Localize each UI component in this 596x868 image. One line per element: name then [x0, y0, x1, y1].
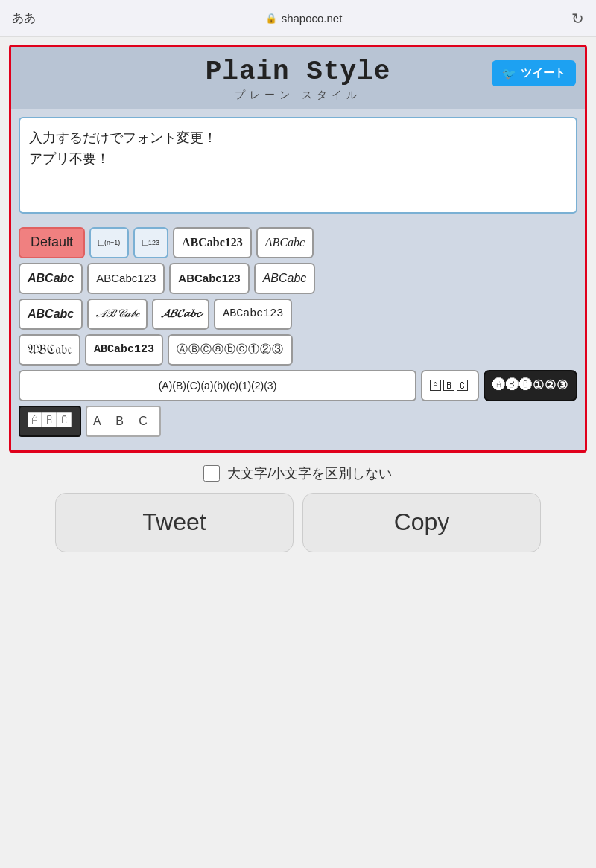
refresh-icon[interactable]: ↻ [571, 10, 584, 28]
font-btn-bold-sans2[interactable]: ABCabc123 [169, 263, 249, 294]
font-row-2: ABCabc ABCabc123 ABCabc123 ABCabc [19, 263, 577, 294]
font-buttons-section: Default □(n+1) □123 ABCabc123 ABCabc ABC… [11, 221, 585, 450]
checkbox-section: 大文字/小文字を区別しない [9, 453, 587, 493]
app-header: Plain Style プレーン スタイル 🐦 ツイート [11, 47, 585, 109]
app-subtitle: プレーン スタイル [23, 89, 573, 102]
main-input[interactable]: 入力するだけでフォント変更！ アプリ不要！ [19, 117, 577, 214]
main-content: Plain Style プレーン スタイル 🐦 ツイート 入力するだけでフォント… [0, 37, 596, 582]
font-btn-italic-serif[interactable]: ABCabc [256, 227, 314, 258]
twitter-icon: 🐦 [502, 67, 516, 80]
font-btn-fraktur[interactable]: 𝔄𝔅ℭ𝔞𝔟𝔠 [19, 334, 80, 366]
font-btn-black-circled[interactable]: 🅐🅑🅒①②③ [484, 370, 577, 401]
font-btn-italic-sans[interactable]: ABCabc [254, 263, 316, 294]
font-btn-bold-fraktur[interactable]: ABC​abc​123 [85, 334, 163, 366]
font-btn-subscript[interactable]: □123 [133, 227, 168, 258]
header-tweet-label: ツイート [521, 66, 565, 80]
font-btn-superscript[interactable]: □(n+1) [89, 227, 129, 258]
font-row-3: ABCabc 𝒜ℬ𝒞𝒶𝒷𝒸 𝓐𝓑𝓒𝓪𝓫𝓬 ABCabc123 [19, 299, 577, 330]
browser-url-bar[interactable]: 🔒 shapoco.net [265, 12, 343, 25]
font-btn-bold-sans[interactable]: ABCabc [19, 263, 83, 294]
header-tweet-button[interactable]: 🐦 ツイート [492, 60, 576, 86]
font-btn-circled[interactable]: ⒶⒷⒸⓐⓑⓒ①②③ [168, 334, 293, 366]
font-row-5: (A)(B)(C)(a)(b)(c)(1)(2)(3) 🄰🄱🄲 🅐🅑🅒①②③ [19, 370, 577, 401]
font-btn-script[interactable]: 𝒜ℬ𝒞𝒶𝒷𝒸 [87, 299, 148, 330]
case-checkbox-label[interactable]: 大文字/小文字を区別しない [227, 465, 392, 482]
browser-bar: ああ 🔒 shapoco.net ↻ [0, 0, 596, 37]
font-row-1: Default □(n+1) □123 ABCabc123 ABCabc [19, 227, 577, 258]
lock-icon: 🔒 [265, 13, 277, 24]
font-btn-default[interactable]: Default [19, 227, 85, 258]
font-btn-bold-italic-sans[interactable]: ABCabc [19, 299, 83, 330]
app-title: Plain Style [23, 57, 573, 87]
case-checkbox[interactable] [203, 465, 220, 482]
bottom-buttons: Tweet Copy [9, 493, 587, 567]
font-row-6: 🅰🅱🅲 A B C [19, 406, 577, 437]
copy-button[interactable]: Copy [302, 493, 541, 552]
font-btn-bold-script[interactable]: 𝓐𝓑𝓒𝓪𝓫𝓬 [152, 299, 209, 330]
app-container: Plain Style プレーン スタイル 🐦 ツイート 入力するだけでフォント… [9, 45, 587, 453]
tweet-button[interactable]: Tweet [55, 493, 294, 552]
font-btn-monospace[interactable]: ABCabc123 [214, 299, 292, 330]
font-row-4: 𝔄𝔅ℭ𝔞𝔟𝔠 ABC​abc​123 ⒶⒷⒸⓐⓑⓒ①②③ [19, 334, 577, 366]
browser-aa-text: ああ [12, 10, 36, 26]
font-btn-parenthesized[interactable]: (A)(B)(C)(a)(b)(c)(1)(2)(3) [19, 370, 416, 401]
font-btn-normal-sans[interactable]: ABCabc123 [87, 263, 165, 294]
font-btn-squared[interactable]: 🄰🄱🄲 [421, 370, 479, 401]
font-btn-bold-serif[interactable]: ABCabc123 [173, 227, 252, 258]
url-text: shapoco.net [282, 12, 343, 25]
textarea-section: 入力するだけでフォント変更！ アプリ不要！ [11, 109, 585, 221]
font-btn-dotted-squared[interactable]: A B C [86, 406, 161, 437]
font-btn-black-squared[interactable]: 🅰🅱🅲 [19, 406, 81, 437]
